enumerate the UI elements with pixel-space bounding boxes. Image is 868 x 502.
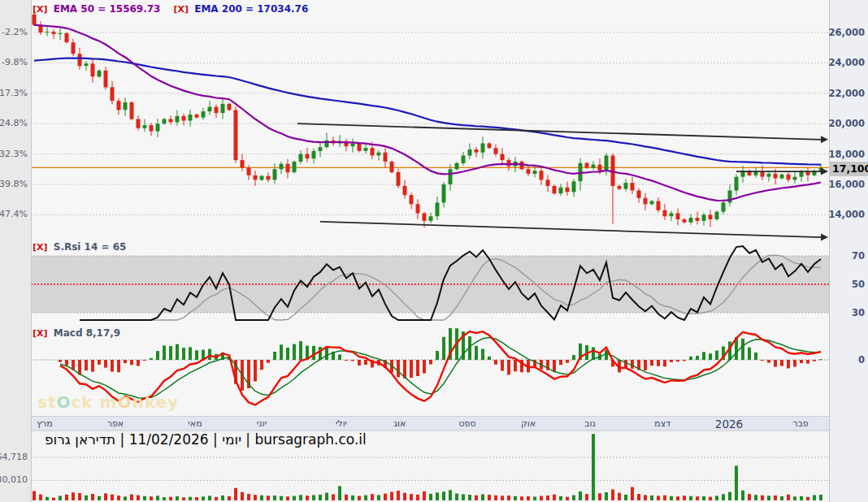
macd-histogram-bar xyxy=(85,360,88,370)
trendline-arrowhead[interactable] xyxy=(821,136,828,143)
rsi-axis-label: 70 xyxy=(852,250,865,262)
candle-body xyxy=(585,163,589,168)
candle-body xyxy=(351,144,355,147)
x-axis-month-label: דצמ xyxy=(654,418,671,429)
candle-body xyxy=(390,162,394,172)
candle-body xyxy=(657,201,661,210)
candle-body xyxy=(546,180,550,186)
volume-bar xyxy=(410,494,413,500)
candle-body xyxy=(566,188,570,193)
volume-bar xyxy=(780,496,783,500)
candle-body xyxy=(143,125,147,128)
y-axis-percent-label: -39.8% xyxy=(0,179,28,190)
volume-bar xyxy=(488,495,491,500)
y-axis-price-label: 18,000 xyxy=(829,149,865,160)
watermark-text: st xyxy=(37,392,56,412)
volume-bar xyxy=(728,492,731,500)
macd-histogram-bar xyxy=(195,350,198,360)
candle-body xyxy=(111,87,115,101)
volume-bar xyxy=(377,495,380,500)
macd-histogram-bar xyxy=(423,360,426,374)
candle-body xyxy=(559,188,563,194)
candle-body xyxy=(423,214,427,221)
volume-bar xyxy=(566,497,569,500)
trendline[interactable] xyxy=(297,123,821,140)
volume-bar xyxy=(332,495,335,501)
trendline[interactable] xyxy=(320,222,821,237)
candle-body xyxy=(208,107,212,112)
rsi-panel[interactable] xyxy=(31,244,829,322)
candle-body xyxy=(358,144,362,151)
candle-body xyxy=(124,102,128,110)
volume-bar xyxy=(195,497,198,500)
macd-histogram-bar xyxy=(709,353,712,360)
candle-body xyxy=(156,123,160,131)
macd-histogram-bar xyxy=(507,360,510,374)
macd-histogram-bar xyxy=(169,346,172,360)
trendline-arrowhead[interactable] xyxy=(821,168,828,175)
volume-bar xyxy=(306,496,309,500)
macd-histogram-bar xyxy=(338,354,341,360)
y-axis-percent-label: -47.4% xyxy=(0,209,28,220)
y-axis-percent-label: -9.8% xyxy=(2,57,28,68)
volume-bar xyxy=(683,496,686,500)
last-price-tag: 17,100 xyxy=(830,162,868,176)
volume-bar xyxy=(371,494,374,500)
candle-body xyxy=(507,160,511,167)
candle-body xyxy=(234,110,238,160)
candle-body xyxy=(436,202,440,216)
candle-body xyxy=(176,116,180,123)
macd-histogram-bar xyxy=(514,360,517,371)
trendline-arrowhead[interactable] xyxy=(821,234,828,241)
ema50-close-button[interactable]: [X] xyxy=(33,4,48,15)
macd-histogram-bar xyxy=(111,360,114,372)
candle-body xyxy=(306,154,310,159)
candle-body xyxy=(52,32,56,34)
candle-body xyxy=(33,15,37,25)
volume-bar xyxy=(715,496,718,500)
volume-bar xyxy=(819,495,822,500)
rsi-close-button[interactable]: [X] xyxy=(33,242,48,253)
volume-bar xyxy=(501,496,504,500)
x-axis-month-label: אוג xyxy=(394,418,406,429)
volume-bar xyxy=(117,496,120,500)
candle-body xyxy=(488,144,492,149)
candle-body xyxy=(481,144,485,153)
candle-body xyxy=(787,175,791,180)
volume-bar xyxy=(364,496,367,500)
candle-body xyxy=(800,172,804,177)
candle-body xyxy=(637,191,641,198)
candle-body xyxy=(416,204,420,213)
candle-body xyxy=(806,172,810,175)
volume-bar xyxy=(475,496,478,500)
ema200-close-button[interactable]: [X] xyxy=(173,4,189,15)
volume-bar xyxy=(150,496,153,500)
candle-body xyxy=(468,149,472,156)
volume-bar xyxy=(462,494,465,500)
macd-histogram-bar xyxy=(299,341,302,360)
candle-body xyxy=(709,214,713,219)
volume-bar xyxy=(39,495,42,500)
volume-bar xyxy=(104,493,107,500)
volume-bar xyxy=(423,491,426,500)
candle-body xyxy=(624,183,628,189)
price-panel[interactable] xyxy=(31,0,829,244)
watermark-text: ck m xyxy=(71,392,117,412)
volume-bar xyxy=(267,496,270,500)
macd-histogram-bar xyxy=(358,360,361,366)
macd-histogram-bar xyxy=(280,344,283,360)
volume-bar xyxy=(676,496,679,500)
volume-bar xyxy=(429,494,432,500)
macd-close-button[interactable]: [X] xyxy=(33,328,48,339)
volume-bar xyxy=(98,496,101,500)
volume-axis-label: 30,010 xyxy=(0,474,28,486)
macd-histogram-bar xyxy=(143,360,146,361)
volume-bar xyxy=(403,493,406,500)
volume-bar xyxy=(319,495,322,500)
macd-histogram-bar xyxy=(442,337,445,360)
volume-bar xyxy=(709,497,712,500)
y-axis-price-label: 20,000 xyxy=(829,118,865,129)
volume-bar xyxy=(644,495,647,500)
volume-bar xyxy=(514,496,517,500)
volume-bar xyxy=(338,486,341,500)
